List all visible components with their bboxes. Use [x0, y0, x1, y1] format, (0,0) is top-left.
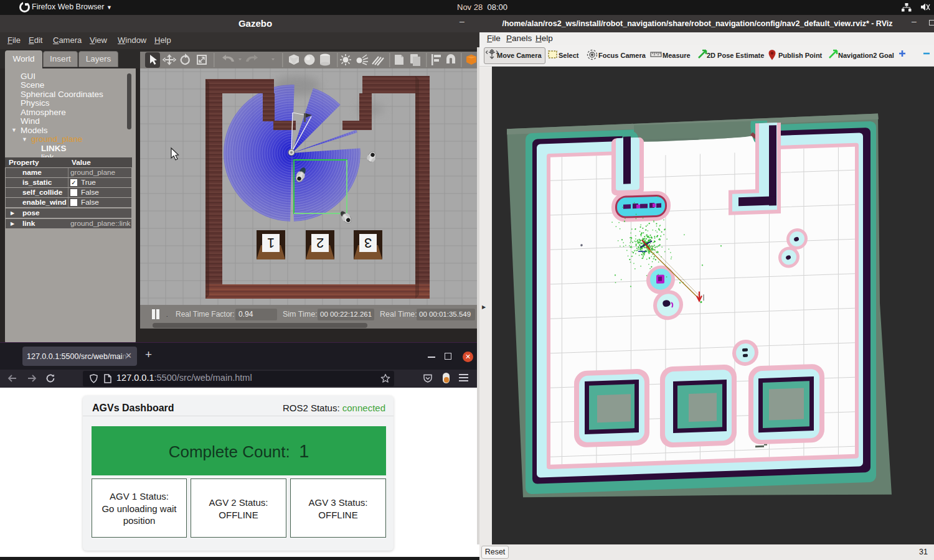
svg-text:3: 3: [364, 235, 372, 251]
svg-text:2: 2: [316, 235, 324, 251]
svg-text:1: 1: [267, 235, 275, 251]
